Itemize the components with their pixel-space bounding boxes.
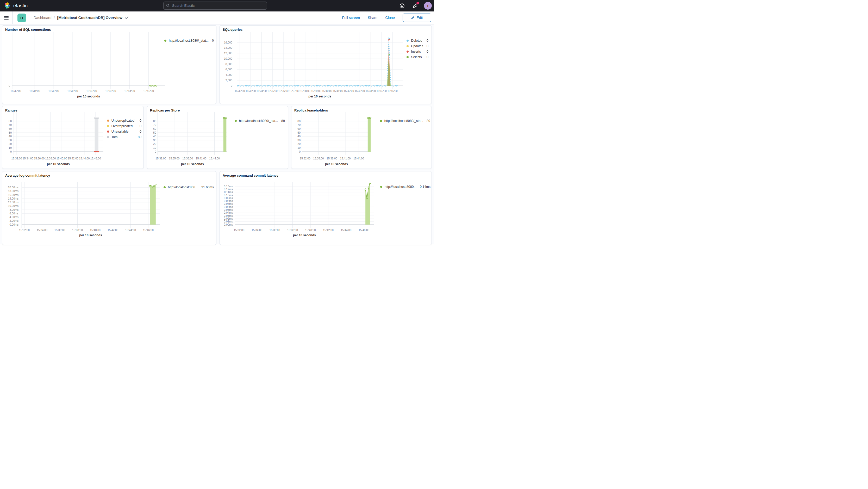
svg-text:0.03ms: 0.03ms [224,214,233,217]
legend-label[interactable]: http://localhost:8080... [385,185,416,189]
title-caret-icon[interactable] [125,16,129,19]
search-field[interactable] [172,4,264,7]
legend-value: 0.14ms [420,185,431,189]
legend-value: 21.60ms [201,185,214,189]
svg-text:15:40:00: 15:40:00 [305,228,316,232]
svg-text:15:38:00: 15:38:00 [327,157,337,160]
svg-text:0.00ms: 0.00ms [224,223,233,226]
svg-text:15:42:00: 15:42:00 [107,228,118,232]
svg-text:20: 20 [9,142,12,145]
clone-button[interactable]: Clone [385,16,395,20]
svg-text:16,000: 16,000 [224,41,232,44]
svg-text:80: 80 [298,120,301,123]
share-button[interactable]: Share [368,16,377,20]
svg-text:70: 70 [298,123,301,126]
svg-text:15:43:00: 15:43:00 [355,90,365,92]
svg-text:4,000: 4,000 [225,73,232,77]
svg-text:30: 30 [9,139,12,142]
chart-legend: Underreplicated0Overreplicated0Unavailab… [107,119,142,139]
elastic-logo[interactable]: elastic [0,2,28,9]
chart-legend: http://localhost:808...21.60ms [163,185,214,189]
panel-average-command-commit-latency: Average command commit latency 0.00ms0.0… [220,171,432,244]
svg-text:15:44:00: 15:44:00 [341,228,351,232]
legend-label[interactable]: http://localhost:8080/_sta... [239,119,278,123]
legend-label[interactable]: Deletes [411,39,423,42]
breadcrumb-dashboard[interactable]: Dashboard [34,16,52,20]
svg-text:15:34:00: 15:34:00 [252,228,262,232]
svg-text:40: 40 [298,135,301,138]
legend-label[interactable]: Unavailable [112,130,134,133]
panel-title: Ranges [5,109,18,112]
svg-text:15:41:00: 15:41:00 [340,157,351,160]
full-screen-button[interactable]: Full screen [342,16,360,20]
replicas-per-store-chart[interactable]: 0102030405060708015:32:0015:35:0015:38:0… [147,106,288,169]
svg-text:50: 50 [9,131,12,134]
svg-text:0.08ms: 0.08ms [224,199,233,203]
legend-value: 0 [140,130,142,133]
breadcrumb: Dashboard / [Metricbeat CockroachDB] Ove… [34,16,129,20]
svg-text:per 10 seconds: per 10 seconds [79,234,102,237]
svg-text:0: 0 [10,150,12,153]
avg-command-commit-latency-chart[interactable]: 0.00ms0.01ms0.02ms0.03ms0.04ms0.05ms0.06… [220,172,432,244]
legend-value: 0 [427,44,428,48]
brand-name: elastic [13,3,28,9]
legend-swatch [107,136,109,138]
svg-text:15:41:00: 15:41:00 [333,90,343,92]
svg-text:per 10 seconds: per 10 seconds [77,95,100,98]
svg-text:15:32:00: 15:32:00 [235,90,245,92]
page-title[interactable]: [Metricbeat CockroachDB] Overview [57,16,122,20]
svg-text:0: 0 [155,150,156,153]
sql-connections-chart[interactable]: 015:32:0015:34:0015:36:0015:38:0015:40:0… [2,26,216,104]
dashboard-app-badge[interactable]: D [18,13,26,22]
panel-title: SQL queries [223,28,243,32]
svg-text:12,000: 12,000 [224,52,232,55]
help-icon[interactable] [399,2,406,9]
panel-replica-leaseholders: Replica leaseholders 0102030405060708015… [291,106,432,169]
svg-text:15:46:00: 15:46:00 [143,228,154,232]
svg-text:15:38:00: 15:38:00 [300,90,310,92]
legend-label[interactable]: Overreplicated [112,124,134,128]
panel-title: Average log commit latency [5,174,50,177]
edit-button[interactable]: Edit [403,13,431,22]
avg-log-commit-latency-chart[interactable]: 0.00ms2.00ms4.00ms6.00ms8.00ms10.00ms12.… [2,172,216,244]
legend-label[interactable]: Total [112,135,134,139]
svg-text:15:39:00: 15:39:00 [311,90,321,92]
svg-text:0.12ms: 0.12ms [224,188,233,191]
svg-text:per 10 seconds: per 10 seconds [325,162,348,166]
menu-icon[interactable] [0,11,12,24]
replica-leaseholders-chart[interactable]: 0102030405060708015:32:0015:35:0015:38:0… [291,106,432,169]
legend-label[interactable]: Underreplicated [112,119,134,122]
legend-label[interactable]: http://localhost:8080/_stat... [169,39,209,42]
legend-label[interactable]: Updates [411,44,423,48]
svg-text:15:46:00: 15:46:00 [359,228,369,232]
svg-text:0: 0 [231,84,232,87]
svg-text:15:32:00: 15:32:00 [10,89,21,92]
search-input[interactable] [163,2,267,10]
toolbar: D Dashboard / [Metricbeat CockroachDB] O… [0,11,434,24]
panel-ranges: Ranges 0102030405060708015:32:0015:34:00… [2,106,144,169]
legend-value: 0 [427,39,428,42]
svg-text:15:41:00: 15:41:00 [196,157,207,160]
legend-label[interactable]: Inserts [411,50,423,53]
chart-legend: http://localhost:8080/_sta...89 [235,119,285,123]
sql-queries-chart[interactable]: 02,0004,0006,0008,00010,00012,00014,0001… [220,26,432,104]
legend-label[interactable]: http://localhost:808... [168,185,198,189]
svg-text:15:42:00: 15:42:00 [344,90,354,92]
svg-text:15:36:00: 15:36:00 [270,228,280,232]
svg-text:6,000: 6,000 [225,68,232,71]
svg-text:0.00ms: 0.00ms [10,223,19,226]
user-avatar[interactable]: r [424,2,432,10]
legend-swatch [406,56,409,58]
svg-text:10: 10 [298,146,301,149]
news-icon[interactable] [411,2,418,9]
panel-sql-queries: SQL queries 02,0004,0006,0008,00010,0001… [220,25,432,104]
legend-label[interactable]: http://localhost:8080/_sta... [384,119,423,123]
svg-text:0.09ms: 0.09ms [224,196,233,200]
svg-text:60: 60 [153,127,156,130]
svg-text:15:42:00: 15:42:00 [323,228,334,232]
legend-label[interactable]: Selects [411,55,423,59]
svg-text:15:32:00: 15:32:00 [300,157,310,160]
svg-text:15:36:00: 15:36:00 [278,90,288,92]
svg-text:per 10 seconds: per 10 seconds [293,234,316,237]
svg-text:15:32:00: 15:32:00 [11,157,22,160]
